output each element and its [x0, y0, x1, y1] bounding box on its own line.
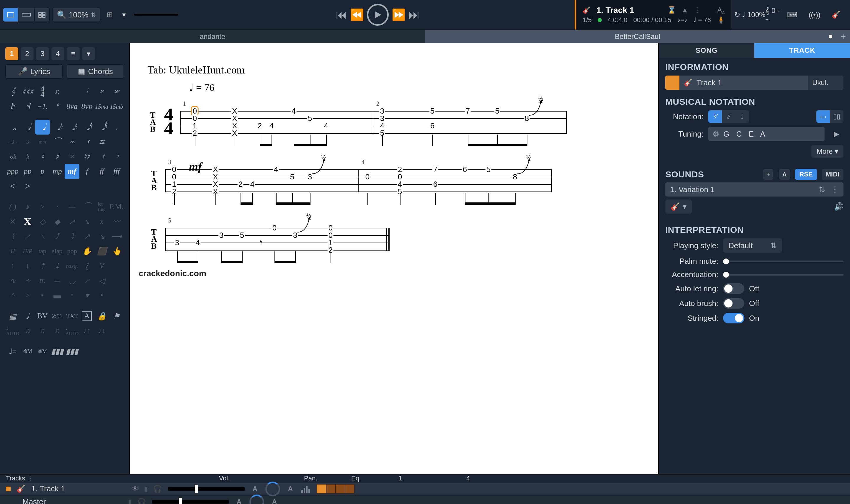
- stac2-icon[interactable]: ▪: [35, 288, 50, 303]
- palm-mute-slider[interactable]: [723, 260, 844, 262]
- palm-icon[interactable]: ✋: [79, 244, 94, 258]
- staff-style-1-icon[interactable]: ▭: [816, 110, 830, 123]
- sharp[interactable]: ♯: [50, 149, 65, 164]
- track-name-field[interactable]: 🎸 Track 1 Ukul.: [665, 75, 844, 90]
- accent-slider[interactable]: [723, 274, 844, 276]
- score-paper[interactable]: Tab: UkuleleHunt.com ♩ = 76 10012XXXX244…: [130, 43, 658, 474]
- automation-a-icon[interactable]: A: [235, 498, 243, 504]
- rasg-icon[interactable]: rasg.: [65, 258, 79, 273]
- dyn-ppp[interactable]: ppp: [5, 164, 20, 179]
- forward-icon[interactable]: ⏩: [392, 8, 405, 21]
- mixer-row[interactable]: Master▮🎧AA: [0, 495, 850, 504]
- hammer-icon[interactable]: H: [5, 244, 20, 258]
- tab-note[interactable]: 2: [238, 180, 243, 188]
- voice-dropdown-icon[interactable]: ▾: [82, 47, 95, 60]
- beam2-icon[interactable]: ♫: [35, 323, 50, 338]
- natural[interactable]: ♮: [35, 149, 50, 164]
- tuning-play-icon[interactable]: ▶: [829, 127, 844, 141]
- automation-a2-icon[interactable]: A: [286, 485, 295, 493]
- slide5-icon[interactable]: ↗: [79, 229, 94, 244]
- 15ma[interactable]: 15ma: [94, 99, 109, 114]
- txt-label[interactable]: TXT: [65, 309, 79, 323]
- crescendo-icon[interactable]: <: [5, 179, 20, 194]
- erest[interactable]: 𝄾: [109, 149, 124, 164]
- pick-up-icon[interactable]: ⇡: [35, 258, 50, 273]
- volume-slider[interactable]: [168, 487, 245, 491]
- tab-note[interactable]: 5: [494, 107, 500, 115]
- skip-end-icon[interactable]: ⏭: [409, 8, 420, 21]
- wah-icon[interactable]: ◡: [65, 273, 79, 288]
- tremolo-icon[interactable]: ≋: [94, 134, 109, 149]
- trem-icon[interactable]: ═: [50, 273, 65, 288]
- auto-icon[interactable]: ♩AUTO: [5, 323, 20, 338]
- voice-2[interactable]: 2: [21, 47, 34, 60]
- dbl-sharp[interactable]: ×: [65, 149, 79, 164]
- port-icon[interactable]: ▫: [65, 288, 79, 303]
- sixteenth-note[interactable]: 𝅘𝅥𝅯: [65, 120, 79, 134]
- stem-up-icon[interactable]: ♪↑: [79, 323, 94, 338]
- tuplet2-icon[interactable]: ·3·: [20, 134, 35, 149]
- font-size-icon[interactable]: AA: [717, 6, 725, 15]
- dyn-pp[interactable]: pp: [20, 164, 35, 179]
- notation-standard-icon[interactable]: ♩: [736, 110, 749, 123]
- tab-note[interactable]: 3: [218, 231, 224, 239]
- tuning-fork-icon[interactable]: 🧍: [717, 16, 725, 24]
- loop-icon[interactable]: ↻: [734, 11, 740, 19]
- qrest[interactable]: 𝄽: [94, 149, 109, 164]
- view-horizontal-icon[interactable]: [18, 8, 34, 22]
- pick-v-icon[interactable]: V: [94, 258, 109, 273]
- bend-icon[interactable]: ↗: [65, 214, 79, 229]
- beam3-icon[interactable]: ♫: [50, 323, 65, 338]
- rewind-icon[interactable]: ⏪: [350, 8, 364, 21]
- harm-icon[interactable]: ◇: [35, 214, 50, 229]
- preset-cells[interactable]: [317, 484, 355, 494]
- dyn-ff[interactable]: ff: [94, 164, 109, 179]
- dbl-flat[interactable]: ♭♭: [5, 149, 20, 164]
- layout-caret-icon[interactable]: ▾: [117, 8, 131, 22]
- tab-note[interactable]: 5: [486, 165, 491, 173]
- slide1-icon[interactable]: ⟋: [20, 229, 35, 244]
- quarter-note[interactable]: 𝅘𝅥: [35, 120, 50, 134]
- brush-icon[interactable]: ⬛: [94, 244, 109, 258]
- metronome-icon[interactable]: ▲: [682, 6, 689, 15]
- tab-note[interactable]: 4: [291, 107, 296, 115]
- pan-knob[interactable]: [249, 494, 264, 504]
- dyn-mf[interactable]: mf: [65, 164, 79, 179]
- volume-slider[interactable]: [152, 500, 229, 504]
- tab-note[interactable]: 3: [174, 239, 180, 246]
- slide3-icon[interactable]: ⤴: [50, 229, 65, 244]
- sixtyfourth-note[interactable]: 𝅘𝅥𝅱: [94, 120, 109, 134]
- swing-icon[interactable]: ♫: [50, 84, 65, 99]
- nat-harm-icon[interactable]: ◆: [50, 214, 65, 229]
- coda-icon[interactable]: 𝄌: [50, 99, 65, 114]
- pick-down-icon[interactable]: ⇣: [50, 258, 65, 273]
- add-tab-icon[interactable]: +: [840, 32, 846, 42]
- sound-more-icon[interactable]: ⋮: [831, 185, 839, 194]
- voice-4[interactable]: 4: [51, 47, 64, 60]
- staff-style-2-icon[interactable]: ▯▯: [830, 110, 844, 123]
- a-box[interactable]: A: [82, 311, 92, 321]
- chords-button[interactable]: ▦Chords: [67, 64, 124, 78]
- wedge-icon[interactable]: ▾: [79, 288, 94, 303]
- tuplet-icon[interactable]: ⌐3¬: [5, 134, 20, 149]
- accent-icon[interactable]: >: [35, 199, 50, 214]
- tab-note[interactable]: 4: [195, 239, 201, 246]
- beam-icon[interactable]: ♫: [20, 323, 35, 338]
- dot-icon[interactable]: .: [109, 120, 124, 134]
- mute-m-icon[interactable]: ▮: [144, 485, 148, 493]
- automation-a-icon[interactable]: A: [251, 485, 259, 493]
- dyn-mp[interactable]: mp: [50, 164, 65, 179]
- eq2-icon[interactable]: ▮▮▮: [65, 344, 79, 359]
- voice-1[interactable]: 1: [5, 47, 18, 60]
- whole-note[interactable]: 𝅝: [5, 120, 20, 134]
- fermata-icon[interactable]: 𝄐: [65, 134, 79, 149]
- time-251[interactable]: 2:51: [50, 309, 65, 323]
- tab-note[interactable]: 6: [432, 180, 438, 188]
- tracks-more-icon[interactable]: ⋮: [27, 474, 33, 482]
- eighth-note[interactable]: 𝅘𝅥𝅮: [50, 120, 65, 134]
- mute-icon[interactable]: X: [20, 214, 35, 229]
- midi-badge[interactable]: MIDI: [822, 169, 844, 180]
- nat-sharp[interactable]: ♮♯: [79, 149, 94, 164]
- tempo-mark-icon[interactable]: ♩=: [5, 344, 20, 359]
- fade-icon[interactable]: ⟋: [79, 273, 94, 288]
